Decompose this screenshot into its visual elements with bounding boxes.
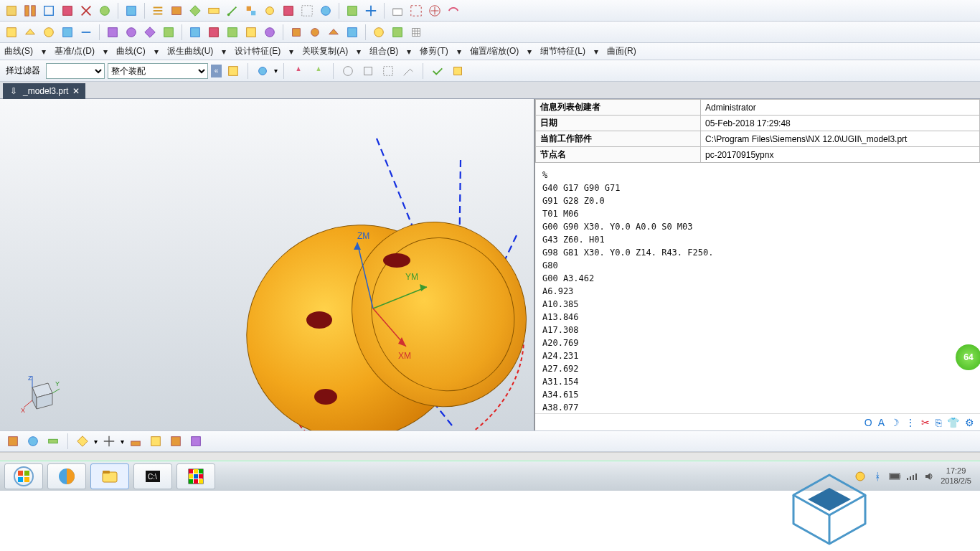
tool-icon[interactable] bbox=[224, 2, 241, 19]
menu-assoc-a[interactable]: 关联复制(A) bbox=[302, 45, 348, 57]
tool-icon[interactable] bbox=[123, 24, 140, 41]
tool-icon[interactable] bbox=[24, 433, 42, 450]
file-tab[interactable]: ⇩ _model3.prt ✕ bbox=[3, 83, 85, 99]
tool-icon[interactable] bbox=[40, 2, 57, 19]
orientation-cube[interactable]: X Y Z bbox=[18, 373, 61, 416]
tool-icon[interactable] bbox=[359, 62, 377, 80]
tool-icon[interactable] bbox=[205, 24, 222, 41]
tool-icon[interactable] bbox=[290, 62, 307, 80]
tool-icon[interactable] bbox=[426, 2, 443, 19]
tool-icon[interactable] bbox=[449, 62, 466, 80]
menu-datum-d[interactable]: 基准/点(D) bbox=[55, 45, 95, 57]
tool-icon[interactable] bbox=[325, 24, 342, 41]
tool-icon[interactable] bbox=[74, 433, 91, 450]
shirt-icon[interactable]: 👕 bbox=[947, 417, 959, 428]
info-a-icon[interactable]: A bbox=[878, 417, 885, 428]
tool-icon[interactable] bbox=[96, 2, 113, 19]
tool-icon[interactable] bbox=[261, 2, 278, 19]
tab-close-icon[interactable]: ✕ bbox=[72, 86, 80, 96]
tool-icon[interactable] bbox=[205, 2, 222, 19]
menu-combine-b[interactable]: 组合(B) bbox=[369, 45, 398, 57]
tool-icon[interactable] bbox=[344, 2, 361, 19]
tool-icon[interactable] bbox=[344, 24, 361, 41]
filter-select[interactable] bbox=[46, 63, 105, 79]
tool-icon[interactable] bbox=[298, 2, 316, 19]
tool-icon[interactable] bbox=[44, 433, 62, 450]
copy-icon[interactable]: ⎘ bbox=[936, 417, 941, 428]
tool-icon[interactable] bbox=[187, 2, 204, 19]
badge-64[interactable]: 64 bbox=[956, 344, 980, 370]
menu-curve-s[interactable]: 曲线(S) bbox=[4, 45, 33, 57]
tool-icon[interactable] bbox=[187, 24, 204, 41]
wifi-icon[interactable] bbox=[906, 471, 918, 482]
tool-icon[interactable] bbox=[22, 24, 39, 41]
tool-icon[interactable] bbox=[288, 24, 305, 41]
moon-icon[interactable]: ☽ bbox=[890, 417, 900, 428]
tool-icon[interactable] bbox=[187, 433, 204, 450]
3d-viewport[interactable]: ZM YM XM X Y Z bbox=[0, 99, 534, 430]
tool-icon[interactable] bbox=[400, 62, 417, 80]
tool-icon[interactable] bbox=[3, 2, 20, 19]
tool-icon[interactable] bbox=[242, 2, 260, 19]
tool-icon[interactable] bbox=[149, 2, 166, 19]
tool-icon[interactable] bbox=[389, 2, 406, 19]
tool-icon[interactable] bbox=[254, 62, 271, 80]
tool-icon[interactable] bbox=[4, 433, 22, 450]
tool-icon[interactable] bbox=[167, 433, 184, 450]
task-explorer[interactable] bbox=[90, 463, 129, 489]
tool-icon[interactable] bbox=[242, 24, 260, 41]
tool-icon[interactable] bbox=[362, 2, 380, 19]
tool-icon[interactable] bbox=[445, 2, 462, 19]
assembly-select[interactable]: 整个装配 bbox=[108, 63, 208, 79]
tool-icon[interactable] bbox=[389, 24, 406, 41]
menu-design-e[interactable]: 设计特征(E) bbox=[235, 45, 281, 57]
tool-icon[interactable] bbox=[339, 62, 357, 80]
tool-icon[interactable] bbox=[370, 24, 387, 41]
tool-icon[interactable] bbox=[147, 433, 164, 450]
tray-clock[interactable]: 17:29 2018/2/5 bbox=[941, 466, 971, 485]
gcode-listing[interactable]: % G40 G17 G90 G71 G91 G28 Z0.0 T01 M06 G… bbox=[535, 163, 980, 413]
tool-icon[interactable] bbox=[127, 433, 144, 450]
tool-icon[interactable] bbox=[77, 24, 95, 41]
tool-icon[interactable] bbox=[100, 433, 118, 450]
tool-icon[interactable] bbox=[310, 62, 327, 80]
tool-icon[interactable] bbox=[261, 24, 278, 41]
tool-icon[interactable] bbox=[141, 24, 159, 41]
tool-icon[interactable] bbox=[40, 24, 57, 41]
tool-icon[interactable] bbox=[407, 24, 425, 41]
scissors-icon[interactable]: ✂ bbox=[921, 417, 930, 428]
tool-icon[interactable] bbox=[160, 24, 177, 41]
tool-icon[interactable] bbox=[59, 24, 76, 41]
tool-icon[interactable] bbox=[306, 24, 324, 41]
menu-trim-t[interactable]: 修剪(T) bbox=[420, 45, 448, 57]
tool-icon[interactable] bbox=[407, 2, 425, 19]
tool-icon[interactable] bbox=[123, 2, 140, 19]
task-app1[interactable] bbox=[47, 463, 86, 489]
tool-icon[interactable] bbox=[280, 2, 297, 19]
menu-offset-o[interactable]: 偏置/缩放(O) bbox=[470, 45, 519, 57]
collapse-button[interactable]: « bbox=[211, 65, 222, 77]
gear-icon[interactable]: ⚙ bbox=[965, 417, 974, 428]
tool-icon[interactable] bbox=[104, 24, 121, 41]
menu-curve-c[interactable]: 曲线(C) bbox=[116, 45, 146, 57]
menu-surface-r[interactable]: 曲面(R) bbox=[607, 45, 636, 57]
tool-icon[interactable] bbox=[429, 62, 446, 80]
tool-icon[interactable] bbox=[225, 62, 242, 80]
tool-icon[interactable] bbox=[59, 2, 76, 19]
tool-icon[interactable] bbox=[224, 24, 241, 41]
info-o-icon[interactable]: O bbox=[864, 417, 872, 428]
tool-icon[interactable] bbox=[77, 2, 95, 19]
tool-icon[interactable] bbox=[3, 24, 20, 41]
start-button[interactable] bbox=[4, 463, 43, 489]
tool-icon[interactable] bbox=[317, 2, 334, 19]
more-icon[interactable]: ⋮ bbox=[905, 417, 915, 428]
task-cmd[interactable]: C:\ bbox=[133, 463, 172, 489]
tool-icon[interactable] bbox=[380, 62, 397, 80]
battery-icon[interactable] bbox=[889, 471, 900, 482]
task-rubik[interactable] bbox=[176, 463, 215, 489]
menu-derived-u[interactable]: 派生曲线(U) bbox=[167, 45, 214, 57]
tool-icon[interactable] bbox=[168, 2, 185, 19]
menu-detail-l[interactable]: 细节特征(L) bbox=[540, 45, 585, 57]
tool-icon[interactable] bbox=[22, 2, 39, 19]
volume-icon[interactable] bbox=[923, 471, 935, 482]
